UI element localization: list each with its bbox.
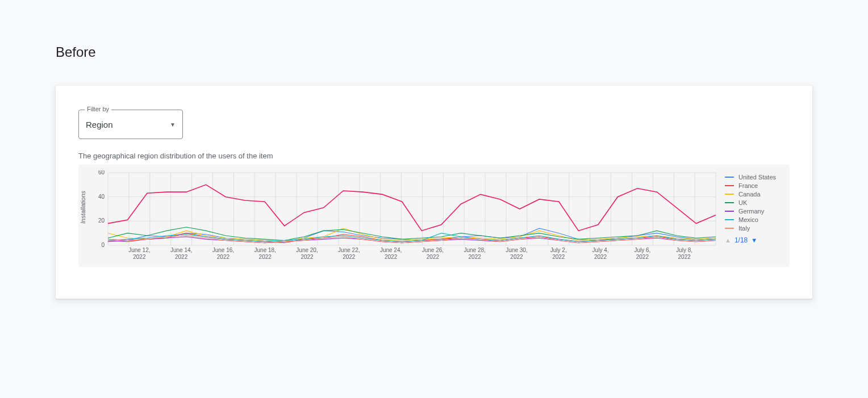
legend-item[interactable]: France — [725, 181, 783, 190]
svg-text:2022: 2022 — [301, 254, 314, 260]
legend-label: France — [738, 182, 758, 189]
svg-text:July 4,: July 4, — [592, 247, 609, 253]
legend-swatch — [725, 185, 734, 186]
legend-item[interactable]: Italy — [725, 224, 783, 232]
svg-text:July 6,: July 6, — [634, 247, 650, 253]
svg-text:June 22,: June 22, — [338, 247, 360, 253]
chart-caption: The geographical region distribution of … — [78, 152, 790, 160]
legend-item[interactable]: Mexico — [725, 215, 783, 224]
pager-prev-icon[interactable]: ▲ — [725, 237, 731, 244]
legend-swatch — [725, 202, 734, 203]
svg-text:0: 0 — [101, 242, 105, 248]
svg-text:June 30,: June 30, — [506, 247, 527, 253]
legend-item[interactable]: United States — [725, 173, 783, 181]
svg-text:June 26,: June 26, — [422, 247, 444, 253]
svg-text:2022: 2022 — [175, 254, 188, 260]
legend-label: Germany — [738, 208, 764, 215]
svg-text:20: 20 — [98, 217, 105, 224]
svg-text:2022: 2022 — [636, 254, 649, 260]
chart-legend: United StatesFranceCanadaUKGermanyMexico… — [719, 170, 783, 261]
svg-text:2022: 2022 — [678, 254, 691, 260]
svg-text:2022: 2022 — [133, 254, 146, 260]
filter-value: Region — [86, 120, 170, 129]
legend-label: Mexico — [738, 216, 758, 223]
legend-swatch — [725, 228, 734, 229]
chart-card: Filter by Region ▼ The geographical regi… — [56, 86, 812, 299]
y-axis-label: Installations — [78, 191, 90, 224]
svg-text:2022: 2022 — [469, 254, 482, 260]
svg-text:2022: 2022 — [259, 254, 272, 260]
pager-text: 1/18 — [735, 236, 748, 244]
svg-text:June 14,: June 14, — [170, 247, 192, 253]
legend-swatch — [725, 211, 734, 212]
svg-text:2022: 2022 — [594, 254, 607, 260]
svg-text:June 28,: June 28, — [464, 247, 486, 253]
svg-text:June 16,: June 16, — [212, 247, 234, 253]
svg-text:2022: 2022 — [510, 254, 523, 260]
svg-text:60: 60 — [98, 170, 105, 175]
legend-label: Italy — [738, 225, 750, 232]
legend-swatch — [725, 194, 734, 195]
filter-by-select[interactable]: Filter by Region ▼ — [78, 110, 183, 139]
page-title: Before — [56, 44, 868, 60]
legend-label: United States — [738, 174, 776, 181]
legend-label: UK — [738, 199, 747, 206]
svg-text:2022: 2022 — [217, 254, 230, 260]
svg-text:40: 40 — [98, 194, 105, 200]
svg-text:2022: 2022 — [552, 254, 565, 260]
chart-container: Installations 0204060June 12,2022June 14… — [78, 165, 790, 267]
svg-text:June 24,: June 24, — [380, 247, 402, 253]
legend-item[interactable]: Germany — [725, 207, 783, 215]
svg-text:June 20,: June 20, — [296, 247, 318, 253]
legend-pager: ▲ 1/18 ▼ — [725, 236, 783, 244]
legend-item[interactable]: Canada — [725, 190, 783, 198]
svg-text:July 2,: July 2, — [550, 247, 567, 253]
legend-swatch — [725, 219, 734, 220]
line-chart-svg: 0204060June 12,2022June 14,2022June 16,2… — [90, 170, 719, 261]
chart-plot-area: 0204060June 12,2022June 14,2022June 16,2… — [90, 170, 719, 261]
pager-next-icon[interactable]: ▼ — [751, 237, 757, 244]
legend-swatch — [725, 177, 734, 178]
legend-item[interactable]: UK — [725, 198, 783, 207]
svg-text:2022: 2022 — [343, 254, 356, 260]
svg-text:2022: 2022 — [427, 254, 440, 260]
svg-text:June 12,: June 12, — [128, 247, 150, 253]
svg-text:June 18,: June 18, — [254, 247, 276, 253]
svg-text:July 8,: July 8, — [676, 247, 692, 253]
caret-down-icon: ▼ — [170, 122, 176, 128]
svg-text:2022: 2022 — [385, 254, 398, 260]
filter-legend: Filter by — [85, 106, 111, 112]
legend-label: Canada — [738, 191, 761, 198]
